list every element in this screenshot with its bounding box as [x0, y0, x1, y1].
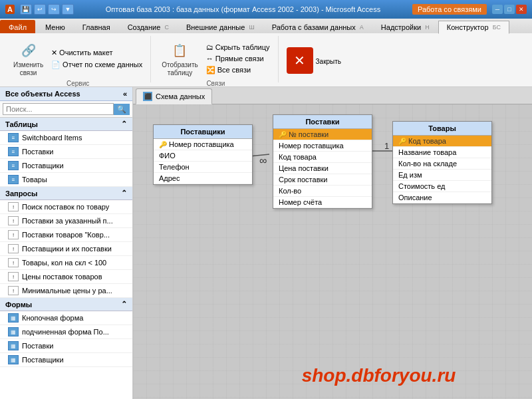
right-panel: ⬛ Схема данных 1 ∞ ∞ 1 Поставщики 🔑: [133, 87, 532, 399]
redo-quick-btn[interactable]: ↪: [48, 4, 60, 15]
left-panel: Все объекты Access « 🔍 Таблицы ⌃ ≡ Switc…: [0, 87, 133, 399]
panel-collapse-icon[interactable]: «: [123, 90, 127, 98]
dropdown-quick-btn[interactable]: ▼: [62, 4, 74, 15]
save-quick-btn[interactable]: 💾: [20, 4, 32, 15]
schema-tab-label: Схема данных: [156, 92, 205, 100]
query-2[interactable]: ! Поставки за указанный п...: [0, 214, 132, 228]
form-3-label: Поставки: [22, 342, 53, 350]
field-label: № поставки: [289, 130, 329, 138]
form-icon: ▦: [8, 313, 19, 323]
section-forms-expand: ⌃: [121, 300, 127, 309]
form-3[interactable]: ▦ Поставки: [0, 339, 132, 353]
field-kod-tovara: Код товара: [273, 152, 372, 163]
query-icon: !: [8, 216, 19, 225]
field-label: Номер счёта: [279, 198, 322, 206]
search-input[interactable]: [3, 103, 114, 115]
window-controls: ─ □ ✕: [492, 5, 527, 14]
form-2-label: подчиненная форма По...: [22, 328, 109, 336]
table-postavki-header: Поставки: [273, 115, 372, 129]
show-table-button[interactable]: 📋 Отобразитьтаблицу: [159, 39, 201, 78]
table-icon: ≡: [8, 133, 19, 142]
panel-header-controls[interactable]: «: [123, 90, 127, 98]
form-1[interactable]: ▦ Кнопочная форма: [0, 311, 132, 325]
query-3[interactable]: ! Поставки товаров "Ковр...: [0, 228, 132, 242]
query-icon: !: [8, 272, 19, 281]
field-label: Ед изм: [398, 171, 422, 179]
table-postavki[interactable]: ≡ Поставки: [0, 145, 132, 159]
tab-external[interactable]: Внешние данные Ш: [178, 20, 263, 33]
tab-home[interactable]: Главная: [74, 20, 119, 33]
key-icon: 🔑: [279, 131, 287, 138]
section-tables-label: Таблицы: [5, 120, 38, 128]
table-postavshiki[interactable]: ≡ Поставщики: [0, 159, 132, 173]
field-nomer-postavshika: 🔑 Номер поставщика: [154, 139, 252, 150]
close-button[interactable]: ✕: [516, 5, 527, 14]
table-switchboard-label: Switchboard Items: [22, 134, 82, 142]
direct-relations-button[interactable]: ↔ Прямые связи: [203, 53, 273, 64]
close-schema-button[interactable]: ✕: [287, 47, 313, 74]
hide-table-button[interactable]: 🗂 Скрыть таблицу: [203, 42, 273, 53]
section-expand-icon: ⌃: [121, 120, 127, 128]
table-postavki-box[interactable]: Поставки 🔑 № поставки Номер поставщика К…: [273, 114, 372, 209]
all-relations-icon: 🔀: [206, 66, 215, 74]
form-4[interactable]: ▦ Поставщики: [0, 353, 132, 367]
left-panel-scroll[interactable]: Таблицы ⌃ ≡ Switchboard Items ≡ Поставки…: [0, 118, 132, 399]
tab-menu[interactable]: Меню: [37, 20, 74, 33]
service-small-group: ✕ Очистить макет 📄 Отчет по схеме данных: [49, 47, 145, 70]
ribbon: Файл Меню Главная Создание С Внешние дан…: [0, 19, 532, 87]
table-tovary[interactable]: ≡ Товары: [0, 173, 132, 187]
clear-layout-button[interactable]: ✕ Очистить макет: [49, 47, 145, 59]
query-7[interactable]: ! Минимальные цены у ра...: [0, 284, 132, 298]
query-1[interactable]: ! Поиск поставок по товару: [0, 200, 132, 214]
undo-quick-btn[interactable]: ↩: [34, 4, 46, 15]
ribbon-tab-bar: Файл Меню Главная Создание С Внешние дан…: [0, 19, 532, 33]
window-title: Оптовая база 2003 : база данных (формат …: [74, 5, 412, 13]
tab-designer[interactable]: Конструктор БС: [438, 21, 509, 34]
change-relations-button[interactable]: 🔗 Изменитьсвязи: [11, 39, 46, 78]
tab-addons[interactable]: Надстройки Н: [372, 20, 438, 33]
tab-bar: ⬛ Схема данных: [133, 87, 532, 104]
schema-report-button[interactable]: 📄 Отчет по схеме данных: [49, 59, 145, 70]
ribbon-group-service-content: 🔗 Изменитьсвязи ✕ Очистить макет 📄 Отчет…: [11, 36, 145, 78]
form-icon: ▦: [8, 341, 19, 350]
tab-file[interactable]: Файл: [0, 20, 35, 33]
query-4[interactable]: ! Поставщики и их поставки: [0, 242, 132, 256]
minimize-button[interactable]: ─: [492, 5, 503, 14]
query-6[interactable]: ! Цены поставок товаров: [0, 270, 132, 284]
schema-tab-icon: ⬛: [143, 92, 152, 101]
query-icon: !: [8, 202, 19, 211]
table-switchboard[interactable]: ≡ Switchboard Items: [0, 131, 132, 145]
table-tovary-box[interactable]: Товары 🔑 Код товара Название товара Кол-…: [392, 121, 492, 204]
section-tables[interactable]: Таблицы ⌃: [0, 118, 132, 131]
direct-relations-icon: ↔: [206, 55, 213, 63]
section-queries-label: Запросы: [5, 190, 37, 198]
field-label: Номер поставщика: [279, 142, 344, 150]
section-forms[interactable]: Формы ⌃: [0, 298, 132, 311]
ribbon-group-relations: 📋 Отобразитьтаблицу 🗂 Скрыть таблицу ↔ П…: [154, 36, 278, 82]
query-6-label: Цены поставок товаров: [22, 273, 102, 281]
tab-database[interactable]: Работа с базами данных А: [263, 20, 372, 33]
search-button[interactable]: 🔍: [114, 104, 130, 115]
query-5[interactable]: ! Товары, кол на скл < 100: [0, 256, 132, 270]
maximize-button[interactable]: □: [504, 5, 515, 14]
all-relations-button[interactable]: 🔀 Все связи: [203, 65, 273, 76]
panel-header: Все объекты Access «: [0, 87, 132, 101]
field-nazvanie-tovara: Название товара: [393, 147, 491, 158]
section-queries[interactable]: Запросы ⌃: [0, 187, 132, 200]
tab-schema-data[interactable]: ⬛ Схема данных: [136, 88, 212, 104]
table-icon: ≡: [8, 147, 19, 156]
close-schema-icon: ✕: [294, 53, 305, 68]
field-label: Срок поставки: [279, 176, 327, 184]
tab-create[interactable]: Создание С: [119, 20, 178, 33]
table-postavshiki-box[interactable]: Поставщики 🔑 Номер поставщика ФИО Телефо…: [153, 124, 253, 185]
ribbon-group-close-content: ✕ Закрыть: [287, 36, 342, 82]
watermark: shop.dbforyou.ru: [302, 365, 456, 386]
ribbon-group-service: 🔗 Изменитьсвязи ✕ Очистить макет 📄 Отчет…: [5, 36, 151, 82]
field-kolvo-na-sklade: Кол-во на складе: [393, 158, 491, 170]
close-schema-label: Закрыть: [316, 58, 342, 65]
query-3-label: Поставки товаров "Ковр...: [22, 231, 110, 239]
query-icon: !: [8, 230, 19, 239]
field-label: Цена поставки: [279, 164, 329, 172]
hide-table-icon: 🗂: [206, 43, 213, 51]
form-2[interactable]: ▦ подчиненная форма По...: [0, 325, 132, 339]
